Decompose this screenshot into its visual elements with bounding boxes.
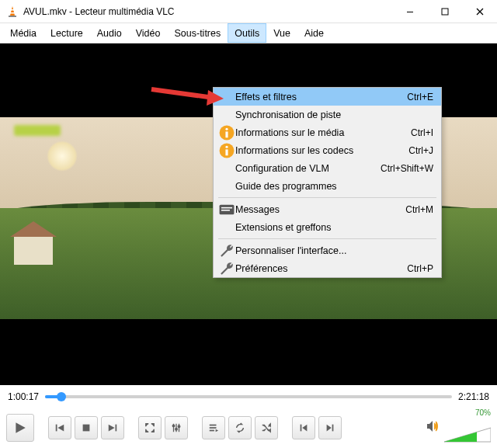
seek-slider[interactable]: [45, 394, 452, 400]
time-bar: 1:00:17 2:21:18: [0, 385, 497, 408]
svg-rect-37: [301, 425, 302, 432]
annotation-arrow: [148, 85, 225, 113]
svg-marker-23: [109, 425, 115, 432]
wrench-icon: [218, 242, 235, 259]
menu-outils[interactable]: Outils: [228, 23, 266, 43]
svg-rect-4: [407, 12, 413, 12]
svg-rect-40: [332, 425, 334, 432]
menu-item-guide-programmes[interactable]: Guide des programmes: [214, 177, 441, 195]
menu-bar: Média Lecture Audio Vidéo Sous-titres Ou…: [0, 23, 497, 43]
svg-rect-9: [225, 131, 228, 137]
svg-marker-19: [16, 422, 25, 433]
svg-rect-33: [210, 430, 214, 432]
step-back-button[interactable]: [292, 416, 315, 439]
svg-rect-15: [221, 207, 232, 208]
svg-rect-24: [116, 425, 117, 432]
shuffle-button[interactable]: [255, 416, 278, 439]
title-bar: AVUL.mkv - Lecteur multimédia VLC: [0, 0, 497, 23]
speaker-icon[interactable]: [426, 419, 440, 436]
svg-marker-34: [216, 429, 219, 432]
svg-rect-32: [210, 427, 217, 429]
menu-aide[interactable]: Aide: [297, 23, 331, 43]
menu-item-effets-filtres[interactable]: Effets et filtres Ctrl+E: [214, 88, 441, 106]
menu-item-info-media[interactable]: Informations sur le média Ctrl+I: [214, 123, 441, 141]
menu-vue[interactable]: Vue: [266, 23, 297, 43]
menu-lecture[interactable]: Lecture: [43, 23, 90, 43]
menu-separator: [218, 238, 436, 239]
vlc-cone-icon: [6, 5, 19, 18]
menu-item-messages[interactable]: Messages Ctrl+M: [214, 200, 441, 218]
svg-rect-2: [10, 12, 15, 14]
svg-rect-22: [83, 425, 90, 432]
svg-point-30: [178, 425, 180, 428]
seek-knob[interactable]: [57, 392, 66, 401]
window-title: AVUL.mkv - Lecteur multimédia VLC: [23, 6, 392, 17]
volume-control: 70%: [426, 412, 491, 443]
svg-rect-12: [225, 149, 228, 155]
video-watermark: [14, 125, 61, 136]
svg-marker-41: [427, 421, 433, 432]
menu-item-personnaliser[interactable]: Personnaliser l'interface...: [214, 241, 441, 259]
extended-settings-button[interactable]: [165, 416, 188, 439]
tools-dropdown: Effets et filtres Ctrl+E Synchronisation…: [213, 87, 442, 278]
svg-marker-38: [302, 425, 307, 432]
svg-marker-36: [269, 429, 271, 432]
svg-rect-1: [11, 9, 15, 11]
minimize-button[interactable]: [392, 0, 427, 23]
svg-rect-3: [9, 16, 16, 17]
playlist-button[interactable]: [202, 416, 225, 439]
wrench-icon: [218, 260, 235, 277]
menu-item-preferences[interactable]: Préférences Ctrl+P: [214, 259, 441, 277]
loop-button[interactable]: [228, 416, 252, 439]
fullscreen-button[interactable]: [138, 416, 162, 439]
info-icon: [218, 124, 235, 141]
menu-media[interactable]: Média: [3, 23, 43, 43]
menu-separator: [218, 197, 436, 198]
menu-sous-titres[interactable]: Sous-titres: [167, 23, 228, 43]
maximize-button[interactable]: [427, 0, 462, 23]
svg-rect-31: [210, 425, 217, 426]
svg-point-13: [225, 145, 228, 148]
svg-marker-21: [57, 425, 64, 432]
svg-marker-18: [207, 90, 224, 106]
video-area[interactable]: Effets et filtres Ctrl+E Synchronisation…: [0, 43, 497, 385]
previous-button[interactable]: [48, 416, 71, 439]
close-button[interactable]: [462, 0, 497, 23]
stop-button[interactable]: [75, 416, 98, 439]
menu-video[interactable]: Vidéo: [129, 23, 168, 43]
menu-item-synchronisation[interactable]: Synchronisation de piste: [214, 106, 441, 123]
svg-line-17: [151, 89, 208, 97]
controls-bar: 70%: [0, 408, 497, 447]
svg-point-29: [176, 428, 178, 430]
menu-item-info-codecs[interactable]: Informations sur les codecs Ctrl+J: [214, 141, 441, 159]
current-time: 1:00:17: [8, 391, 39, 402]
svg-point-28: [172, 425, 175, 427]
svg-rect-5: [442, 9, 448, 15]
svg-rect-16: [221, 210, 230, 211]
total-time: 2:21:18: [458, 391, 489, 402]
volume-slider[interactable]: [444, 426, 491, 443]
messages-icon: [218, 201, 235, 218]
menu-item-vlm[interactable]: Configuration de VLM Ctrl+Shift+W: [214, 159, 441, 177]
step-forward-button[interactable]: [318, 416, 342, 439]
play-button[interactable]: [6, 414, 34, 442]
svg-point-10: [225, 127, 228, 130]
menu-audio[interactable]: Audio: [90, 23, 129, 43]
svg-rect-20: [56, 425, 57, 432]
menu-item-extensions[interactable]: Extensions et greffons: [214, 218, 441, 236]
svg-marker-39: [327, 425, 332, 432]
info-icon: [218, 142, 235, 159]
next-button[interactable]: [101, 416, 124, 439]
window-buttons: [392, 0, 497, 23]
svg-marker-0: [10, 6, 15, 16]
volume-percent-label: 70%: [475, 408, 491, 417]
